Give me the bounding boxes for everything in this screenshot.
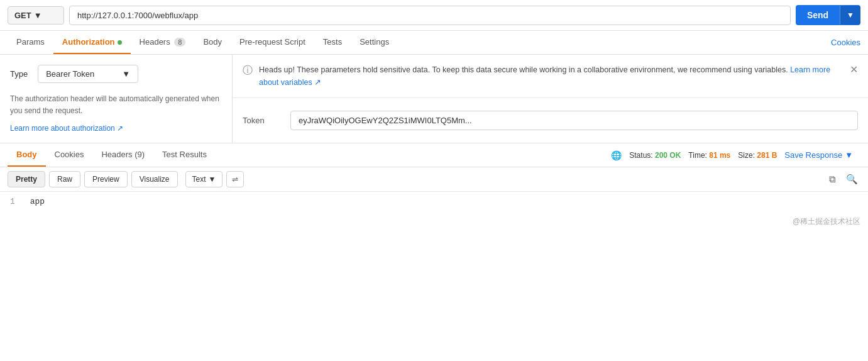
tab-headers[interactable]: Headers 8 <box>131 31 195 54</box>
bottom-tab-body[interactable]: Body <box>8 143 46 167</box>
bottom-tab-cookies[interactable]: Cookies <box>46 143 93 167</box>
raw-button[interactable]: Raw <box>49 171 80 187</box>
status-value: 200 OK <box>655 151 681 160</box>
wrap-button[interactable]: ⇌ <box>226 171 244 187</box>
tab-params[interactable]: Params <box>8 31 53 54</box>
token-label: Token <box>243 116 280 125</box>
headers-badge: 8 <box>174 38 185 47</box>
bottom-section: Body Cookies Headers (9) Test Results 🌐 … <box>0 143 868 211</box>
response-toolbar: Pretty Raw Preview Visualize Text ▼ ⇌ ⧉ … <box>0 167 868 192</box>
watermark: @稀土掘金技术社区 <box>0 211 868 232</box>
right-tools: ⧉ 🔍 <box>827 171 860 187</box>
token-row: Token <box>233 98 868 143</box>
send-dropdown-button[interactable]: ▼ <box>840 6 860 25</box>
bottom-tabs: Body Cookies Headers (9) Test Results 🌐 … <box>0 143 868 167</box>
warning-text: Heads up! These parameters hold sensitiv… <box>259 64 843 89</box>
send-button[interactable]: Send <box>796 5 840 25</box>
main-tabs: Params Authorization Headers 8 Body Pre-… <box>0 31 868 55</box>
type-label: Type <box>10 69 28 79</box>
copy-button[interactable]: ⧉ <box>827 171 838 187</box>
cookies-link[interactable]: Cookies <box>831 38 860 47</box>
authorization-dot <box>118 40 122 45</box>
tab-authorization[interactable]: Authorization <box>53 31 131 54</box>
bottom-tab-testresults[interactable]: Test Results <box>153 143 216 167</box>
pretty-button[interactable]: Pretty <box>8 171 45 187</box>
type-row: Type Bearer Token ▼ <box>10 65 222 83</box>
url-input[interactable] <box>69 6 791 25</box>
save-response-button[interactable]: Save Response ▼ <box>784 150 853 160</box>
right-panel: ⓘ Heads up! These parameters hold sensit… <box>233 55 868 143</box>
format-value: Text <box>192 175 206 184</box>
type-dropdown[interactable]: Bearer Token ▼ <box>38 65 138 83</box>
code-value: app <box>30 197 45 206</box>
size-label: Size: 281 B <box>738 151 777 160</box>
method-label: GET <box>14 11 31 20</box>
main-content: Type Bearer Token ▼ The authorization he… <box>0 55 868 143</box>
send-button-group: Send ▼ <box>796 5 860 25</box>
preview-button[interactable]: Preview <box>84 171 128 187</box>
warning-icon: ⓘ <box>243 64 253 77</box>
format-chevron-icon: ▼ <box>209 175 216 184</box>
format-dropdown[interactable]: Text ▼ <box>185 171 223 187</box>
tab-settings[interactable]: Settings <box>351 31 398 54</box>
close-icon[interactable]: ✕ <box>850 64 858 75</box>
globe-icon: 🌐 <box>611 150 622 160</box>
time-value: 81 ms <box>709 151 730 160</box>
type-value: Bearer Token <box>46 69 94 79</box>
search-button[interactable]: 🔍 <box>843 171 860 187</box>
tab-prerequest[interactable]: Pre-request Script <box>231 31 314 54</box>
code-area: 1 app <box>0 192 868 211</box>
tab-body[interactable]: Body <box>194 31 231 54</box>
save-response-chevron-icon: ▼ <box>845 150 853 160</box>
left-panel: Type Bearer Token ▼ The authorization he… <box>0 55 233 143</box>
size-value: 281 B <box>757 151 777 160</box>
bottom-tab-headers[interactable]: Headers (9) <box>92 143 153 167</box>
visualize-button[interactable]: Visualize <box>131 171 178 187</box>
token-input[interactable] <box>290 111 858 130</box>
method-select[interactable]: GET ▼ <box>8 6 64 25</box>
warning-banner: ⓘ Heads up! These parameters hold sensit… <box>233 55 868 98</box>
type-chevron-icon: ▼ <box>122 69 130 79</box>
wrap-icon: ⇌ <box>232 175 238 184</box>
top-bar: GET ▼ Send ▼ <box>0 0 868 31</box>
status-bar: 🌐 Status: 200 OK Time: 81 ms Size: 281 B… <box>603 150 860 160</box>
line-number: 1 <box>10 197 15 206</box>
auth-info-text: The authorization header will be automat… <box>10 93 222 117</box>
status-label: Status: 200 OK <box>629 151 681 160</box>
learn-more-link[interactable]: Learn more about authorization ↗ <box>10 124 123 133</box>
time-label: Time: 81 ms <box>688 151 730 160</box>
tab-tests[interactable]: Tests <box>314 31 351 54</box>
method-chevron-icon: ▼ <box>34 11 42 20</box>
